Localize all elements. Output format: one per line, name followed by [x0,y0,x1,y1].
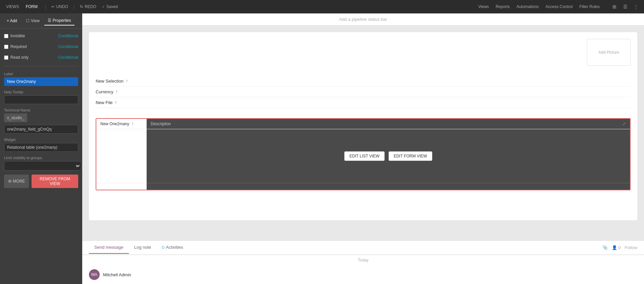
form-nav-link[interactable]: FORM [24,3,40,10]
label-field-group: Label New One2many [4,72,78,86]
form-canvas: Add Picture New Selection ? Currency ? [82,26,644,240]
attachment-icon[interactable]: 📎 [602,245,608,250]
invisible-checkbox-label[interactable]: Invisible [4,34,25,38]
views-link[interactable]: Views [478,4,489,9]
required-conditional-tag[interactable]: Conditional [58,44,78,49]
visibility-label: Limit visibility to groups [4,156,78,160]
new-file-tooltip-icon[interactable]: ? [115,101,117,105]
views-nav-link[interactable]: VIEWS [4,3,21,10]
automations-link[interactable]: Automations [516,4,539,9]
edit-form-view-button[interactable]: EDIT FORM VIEW [389,151,432,161]
invisible-conditional-tag[interactable]: Conditional [58,34,78,38]
widget-label: Widget [4,138,78,142]
required-checkbox[interactable] [4,45,8,49]
reports-link[interactable]: Reports [496,4,510,9]
add-button[interactable]: + Add [3,16,21,26]
chatter-body: MA Mitchell Admin [82,265,644,284]
form-card: Add Picture New Selection ? Currency ? [89,32,637,220]
sidebar-actions: ⚙ MORE REMOVE FROM VIEW [0,175,82,192]
properties-panel: Invisible Conditional Required Condition… [0,29,82,175]
tab-activities[interactable]: Activities [156,241,188,254]
invisible-checkbox[interactable] [4,34,8,38]
readonly-checkbox-label[interactable]: Read only [4,55,29,60]
redo-button[interactable]: ↻ REDO [80,4,96,9]
filter-rules-link[interactable]: Filter Rules [579,4,600,9]
help-tooltip-group: Help Tooltip [4,90,78,104]
one2many-body: EDIT LIST VIEW EDIT FORM VIEW [96,129,630,183]
pipeline-bar[interactable]: Add a pipeline status bar [82,13,644,26]
technical-name-prefix: x_studio_ [4,113,27,122]
new-selection-tooltip-icon[interactable]: ? [126,80,128,83]
user-name: Mitchell Admin [103,272,131,277]
help-tooltip-label: Help Tooltip [4,90,78,94]
currency-tooltip-icon[interactable]: ? [115,90,117,94]
saved-status: ✓ Saved [102,4,118,9]
add-picture-button[interactable]: Add Picture [587,39,631,66]
chatter-area: Send message Log note Activities 📎 👤 0 F… [82,240,644,284]
one2many-col1-tooltip[interactable]: ? [132,122,134,126]
list-icon[interactable]: ☰ [621,3,629,11]
more-icon[interactable]: ⋮ [632,3,640,11]
followers-count[interactable]: 👤 0 [612,245,621,250]
one2many-footer [96,183,630,190]
chatter-tabs: Send message Log note Activities 📎 👤 0 F… [82,241,644,255]
one2many-footer-left [96,183,147,190]
avatar: MA [89,269,100,280]
one2many-expand-icon[interactable]: ⤢ [623,122,626,126]
view-button[interactable]: ☐ View [22,16,43,26]
one2many-header: New One2many ? Description ⤢ [96,119,630,129]
form-fields: New Selection ? Currency ? New File [89,73,637,115]
one2many-col2-header: Description ⤢ [147,119,630,129]
table-row: Currency ? [96,87,631,97]
table-row: New File ? [96,97,631,108]
content-area: Add a pipeline status bar Add Picture Ne… [82,13,644,284]
technical-name-suffix-input[interactable]: one2many_field_gCmQq [4,125,78,134]
required-checkbox-label[interactable]: Required [4,44,27,49]
main-layout: + Add ☐ View ☰ Properties Invisible Cond… [0,13,644,284]
edit-list-view-button[interactable]: EDIT LIST VIEW [344,151,385,161]
widget-select[interactable]: Relational table (one2many) [4,143,78,152]
conditional-required-row: Required Conditional [4,43,78,50]
undo-button[interactable]: ↩ UNDO [51,4,68,9]
new-selection-label: New Selection ? [96,79,156,84]
left-sidebar: + Add ☐ View ☰ Properties Invisible Cond… [0,13,82,284]
today-divider: Today [82,255,644,265]
activities-dot-icon [162,246,164,249]
visibility-select[interactable] [4,161,81,171]
top-navbar: VIEWS FORM | ↩ UNDO | ↻ REDO ✓ Saved Vie… [0,0,644,13]
tab-send-message[interactable]: Send message [89,241,129,254]
one2many-right-col: EDIT LIST VIEW EDIT FORM VIEW [147,129,630,183]
conditional-readonly-row: Read only Conditional [4,54,78,61]
follow-button[interactable]: Follow [625,245,637,250]
one2many-col1-header: New One2many ? [96,119,147,129]
sidebar-top-buttons: + Add ☐ View ☰ Properties [0,13,82,29]
table-row: New Selection ? [96,76,631,87]
readonly-checkbox[interactable] [4,55,8,60]
label-input[interactable]: New One2many [4,77,78,86]
currency-label: Currency ? [96,89,156,94]
conditional-invisible-row: Invisible Conditional [4,33,78,39]
more-button[interactable]: ⚙ MORE [4,175,29,188]
technical-name-label: Technical Name [4,108,78,112]
label-field-label: Label [4,72,78,76]
tab-log-note[interactable]: Log note [129,241,157,254]
widget-group: Widget Relational table (one2many) [4,138,78,152]
access-control-link[interactable]: Access Control [546,4,573,9]
form-header-area: Add Picture [89,32,637,73]
readonly-conditional-tag[interactable]: Conditional [58,55,78,60]
grid-icon[interactable]: ⊞ [610,3,618,11]
chatter-right-actions: 📎 👤 0 Follow [602,245,637,250]
visibility-group: Limit visibility to groups ▾ [4,156,78,171]
new-file-label: New File ? [96,100,156,105]
help-tooltip-input[interactable] [4,95,78,104]
one2many-table: New One2many ? Description ⤢ EDIT LIST V… [96,118,631,190]
remove-from-view-button[interactable]: REMOVE FROM VIEW [32,175,78,188]
one2many-footer-right [147,183,630,190]
one2many-left-col [96,129,147,183]
technical-name-group: Technical Name x_studio_ one2many_field_… [4,108,78,134]
properties-button[interactable]: ☰ Properties [44,16,75,26]
